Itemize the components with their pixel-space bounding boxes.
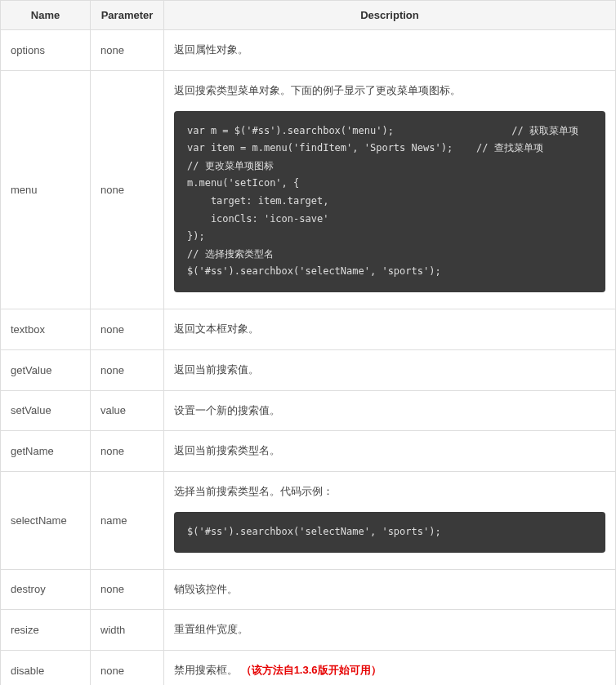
cell-parameter: none bbox=[91, 569, 164, 610]
cell-description: 返回属性对象。 bbox=[164, 30, 616, 71]
cell-parameter: none bbox=[91, 30, 164, 71]
table-header-row: Name Parameter Description bbox=[1, 1, 616, 30]
description-text: 返回文本框对象。 bbox=[174, 322, 259, 335]
cell-description: 选择当前搜索类型名。代码示例：$('#ss').searchbox('selec… bbox=[164, 472, 616, 569]
cell-name: options bbox=[1, 30, 91, 71]
description-text: 设置一个新的搜索值。 bbox=[174, 404, 280, 416]
cell-description: 设置一个新的搜索值。 bbox=[164, 390, 616, 431]
description-text: 禁用搜索框。 bbox=[174, 664, 238, 676]
cell-name: disable bbox=[1, 651, 91, 685]
description-text: 返回属性对象。 bbox=[174, 43, 248, 56]
table-body: optionsnone返回属性对象。menunone返回搜索类型菜单对象。下面的… bbox=[1, 30, 616, 686]
cell-parameter: none bbox=[91, 309, 164, 349]
cell-description: 返回文本框对象。 bbox=[164, 309, 616, 349]
cell-description: 返回当前搜索类型名。 bbox=[164, 431, 616, 472]
table-row: getValuenone返回当前搜索值。 bbox=[1, 349, 616, 390]
version-note: （该方法自1.3.6版开始可用） bbox=[241, 664, 382, 676]
cell-description: 禁用搜索框。 （该方法自1.3.6版开始可用） bbox=[164, 651, 616, 685]
description-text: 返回当前搜索类型名。 bbox=[174, 444, 280, 456]
description-text: 重置组件宽度。 bbox=[174, 623, 248, 635]
table-row: textboxnone返回文本框对象。 bbox=[1, 309, 616, 349]
cell-name: setValue bbox=[1, 390, 91, 431]
header-description: Description bbox=[164, 1, 616, 30]
table-row: optionsnone返回属性对象。 bbox=[1, 30, 616, 71]
cell-name: getValue bbox=[1, 349, 91, 390]
table-row: menunone返回搜索类型菜单对象。下面的例子显示了更改菜单项图标。var m… bbox=[1, 70, 616, 309]
table-row: resizewidth重置组件宽度。 bbox=[1, 610, 616, 651]
cell-name: destroy bbox=[1, 569, 91, 610]
cell-parameter: none bbox=[91, 70, 164, 309]
cell-name: resize bbox=[1, 610, 91, 651]
cell-parameter: none bbox=[91, 651, 164, 685]
cell-name: menu bbox=[1, 70, 91, 309]
cell-name: getName bbox=[1, 431, 91, 472]
header-parameter: Parameter bbox=[91, 1, 164, 30]
table-row: disablenone禁用搜索框。 （该方法自1.3.6版开始可用） bbox=[1, 651, 616, 685]
table-row: getNamenone返回当前搜索类型名。 bbox=[1, 431, 616, 472]
code-block: $('#ss').searchbox('selectName', 'sports… bbox=[174, 512, 605, 553]
cell-parameter: none bbox=[91, 431, 164, 472]
cell-parameter: name bbox=[91, 472, 164, 569]
cell-parameter: width bbox=[91, 610, 164, 651]
cell-parameter: value bbox=[91, 390, 164, 431]
cell-description: 重置组件宽度。 bbox=[164, 610, 616, 651]
description-text: 返回当前搜索值。 bbox=[174, 363, 259, 376]
methods-table: Name Parameter Description optionsnone返回… bbox=[0, 0, 616, 685]
description-text: 返回搜索类型菜单对象。下面的例子显示了更改菜单项图标。 bbox=[174, 84, 461, 96]
cell-description: 返回搜索类型菜单对象。下面的例子显示了更改菜单项图标。var m = $('#s… bbox=[164, 70, 616, 309]
description-text: 选择当前搜索类型名。代码示例： bbox=[174, 485, 333, 497]
cell-description: 返回当前搜索值。 bbox=[164, 349, 616, 390]
table-row: setValuevalue设置一个新的搜索值。 bbox=[1, 390, 616, 431]
code-block: var m = $('#ss').searchbox('menu'); // 获… bbox=[174, 111, 605, 292]
cell-parameter: none bbox=[91, 349, 164, 390]
cell-description: 销毁该控件。 bbox=[164, 569, 616, 610]
description-text: 销毁该控件。 bbox=[174, 583, 238, 595]
header-name: Name bbox=[1, 1, 91, 30]
table-row: selectNamename选择当前搜索类型名。代码示例：$('#ss').se… bbox=[1, 472, 616, 569]
cell-name: textbox bbox=[1, 309, 91, 349]
table-row: destroynone销毁该控件。 bbox=[1, 569, 616, 610]
cell-name: selectName bbox=[1, 472, 91, 569]
